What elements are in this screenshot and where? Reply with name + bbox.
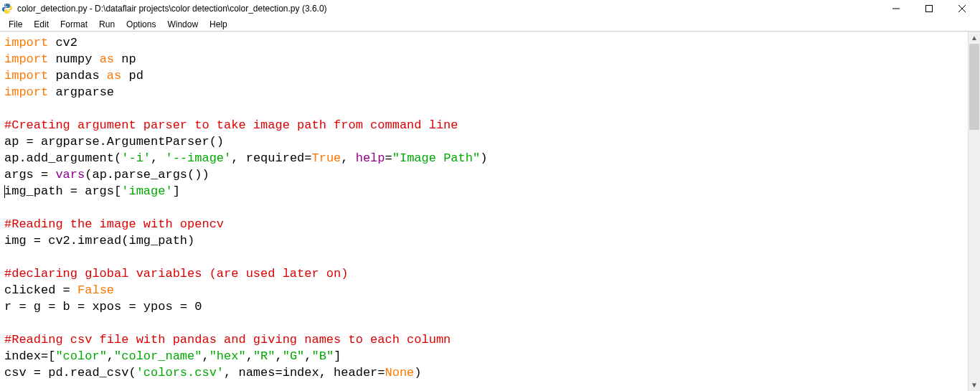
code-token: pd [121,69,143,83]
minimize-button[interactable] [880,0,913,17]
code-token: import [4,69,48,83]
code-line [4,249,963,265]
vertical-scrollbar[interactable]: ▲ ▼ [968,32,980,391]
menu-window[interactable]: Window [161,18,204,31]
code-token: ] [334,349,341,363]
code-token: import [4,52,48,66]
code-token: '--image' [165,151,231,165]
code-token: , [246,349,253,363]
code-editor[interactable]: import cv2import numpy as npimport panda… [0,32,968,391]
title-bar: color_detection.py - D:\dataflair projec… [0,0,980,17]
code-line: #Creating argument parser to take image … [4,117,963,133]
code-token: argparse [48,85,114,99]
code-token: "color" [55,349,106,363]
code-line [4,100,963,117]
code-token: as [100,52,114,66]
code-token: pandas [48,69,107,83]
svg-rect-2 [926,6,933,12]
code-token: "G" [283,349,305,363]
code-token: 'image' [121,184,172,198]
code-token: vars [55,168,85,182]
code-token: #Reading csv file with pandas and giving… [4,333,451,347]
code-token: , [202,349,209,363]
maximize-button[interactable] [913,0,946,17]
code-line: #Reading the image with opencv [4,216,963,232]
menu-file[interactable]: File [3,18,28,31]
scroll-down-arrow[interactable]: ▼ [969,379,980,391]
code-token: help [356,151,385,165]
code-line: ap.add_argument('-i', '--image', require… [4,150,963,166]
code-token: , [304,349,311,363]
code-line: import cv2 [4,34,963,51]
code-token: img = cv2.imread(img_path) [4,234,194,248]
code-token: csv = pd.read_csv( [4,366,136,380]
menu-run[interactable]: Run [93,18,121,31]
window-controls [880,0,979,17]
python-idle-icon [1,3,13,14]
code-token: False [77,283,114,297]
code-token: np [114,52,136,66]
code-line: import numpy as np [4,51,963,67]
code-token: #declaring global variables (are used la… [4,267,348,281]
editor-area: import cv2import numpy as npimport panda… [0,32,980,391]
code-token: ap.add_argument( [4,151,121,165]
code-token: import [4,36,48,50]
code-token: , [107,349,114,363]
code-token: r = g = b = xpos = ypos = 0 [4,300,202,314]
code-token: , names=index, header= [224,366,385,380]
code-token: True [312,151,341,165]
code-line: #declaring global variables (are used la… [4,265,963,282]
code-token: import [4,85,48,99]
code-token: as [107,69,121,83]
code-token: '-i' [121,151,151,165]
code-token: (ap.parse_args()) [85,168,209,182]
code-token: 'colors.csv' [136,366,224,380]
code-line: index=["color","color_name","hex","R","G… [4,348,963,364]
code-line: img_path = args['image'] [4,183,963,199]
code-line [4,199,963,216]
scrollbar-thumb[interactable] [969,44,979,130]
code-line: csv = pd.read_csv('colors.csv', names=in… [4,364,963,381]
code-token: ap = argparse.ArgumentParser() [4,135,224,149]
code-line: clicked = False [4,282,963,298]
code-line: #Reading csv file with pandas and giving… [4,331,963,348]
code-token: "R" [253,349,275,363]
code-token: ] [173,184,180,198]
code-line [4,315,963,331]
code-token: , [275,349,283,363]
svg-point-1 [9,11,9,12]
code-token: "B" [312,349,334,363]
code-token: "color_name" [114,349,202,363]
code-token: img_path = args[ [4,184,121,198]
code-token: ) [480,151,487,165]
code-token: "Image Path" [392,151,480,165]
code-line: r = g = b = xpos = ypos = 0 [4,298,963,315]
close-button[interactable] [946,0,979,17]
code-token: None [385,366,415,380]
menu-options[interactable]: Options [121,18,161,31]
menu-help[interactable]: Help [204,18,233,31]
code-token: , [151,151,165,165]
code-token: "hex" [209,349,246,363]
code-line: import pandas as pd [4,67,963,84]
window-title: color_detection.py - D:\dataflair projec… [17,4,327,14]
code-line: args = vars(ap.parse_args()) [4,166,963,183]
code-token: , [341,151,355,165]
menu-bar: FileEditFormatRunOptionsWindowHelp [0,17,980,32]
code-line: ap = argparse.ArgumentParser() [4,133,963,150]
scroll-up-arrow[interactable]: ▲ [969,32,980,44]
code-token: clicked = [4,283,77,297]
code-token: #Reading the image with opencv [4,217,224,231]
code-token: cv2 [48,36,77,50]
code-token: ) [414,366,421,380]
code-token: index=[ [4,349,55,363]
code-token: , required= [231,151,311,165]
code-token: args = [4,168,55,182]
code-token: #Creating argument parser to take image … [4,118,458,132]
menu-edit[interactable]: Edit [28,18,55,31]
menu-format[interactable]: Format [55,18,93,31]
svg-point-0 [5,4,6,5]
code-line: import argparse [4,84,963,100]
code-line: img = cv2.imread(img_path) [4,232,963,249]
code-token: = [385,151,392,165]
